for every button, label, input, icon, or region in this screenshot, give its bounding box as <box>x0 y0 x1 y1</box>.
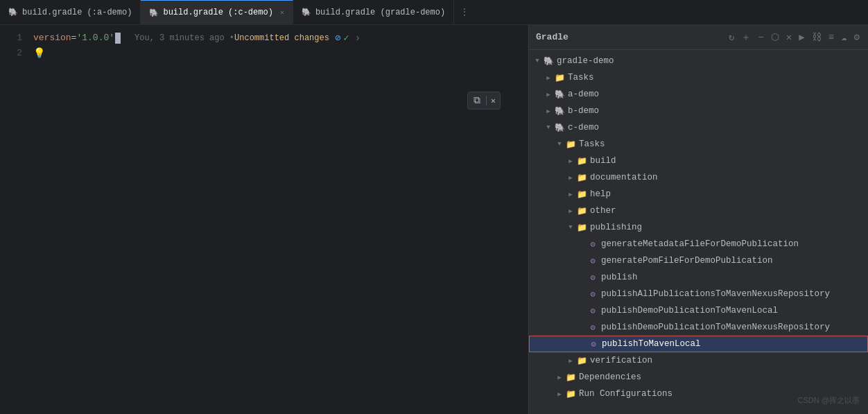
tree-item-c-demo[interactable]: 🐘 c-demo <box>529 119 868 136</box>
gradle-icon-gradle-demo: 🐘 <box>543 55 554 67</box>
tree-label-c-tasks: Tasks <box>579 139 865 149</box>
tree-item-c-help[interactable]: 📁 help <box>529 186 868 202</box>
tab-close-c-demo[interactable]: ✕ <box>280 8 284 17</box>
task-icon-publish-all: ⚙ <box>587 288 598 300</box>
code-line-1: version = '1.0.0' You, 3 minutes ago • U… <box>33 31 528 46</box>
git-status-icon: ⊘ <box>335 31 340 46</box>
tree-label-publish-demo-local: publishDemoPublicationToMavenLocal <box>601 306 865 316</box>
hint-bulb-icon[interactable]: 💡 <box>33 46 45 61</box>
folder-icon-c-other: 📁 <box>576 205 587 216</box>
folder-icon-c-run-configurations: 📁 <box>565 388 576 399</box>
tab-c-demo[interactable]: 🐘 build.gradle (:c-demo) ✕ <box>141 0 293 25</box>
task-icon-publish: ⚙ <box>587 272 598 283</box>
tree-arrow-b-demo <box>543 105 554 117</box>
string-value: '1.0.0' <box>76 31 114 46</box>
tree-item-publish[interactable]: ⚙ publish <box>529 269 868 286</box>
toolbar-close-button[interactable]: ✕ <box>491 96 496 106</box>
tree-label-publish-all: publishAllPublicationsToMavenNexusReposi… <box>601 289 865 299</box>
tree-arrow-tasks-root <box>543 72 554 83</box>
tab-label-c-demo: build.gradle (:c-demo) <box>163 8 272 17</box>
tree-arrow-c-build <box>565 155 576 166</box>
task-icon-generate-metadata: ⚙ <box>587 239 598 250</box>
gradle-header: Gradle ↻ ＋ − ⬡ ✕ ▶ ⛓ ≡ ☁ ⚙ <box>529 25 868 50</box>
tree-item-c-tasks[interactable]: 📁 Tasks <box>529 136 868 153</box>
toolbar-copy-icon[interactable]: ⧉ <box>472 94 482 107</box>
tree-item-publish-to-maven-local[interactable]: ⚙ publishToMavenLocal <box>529 336 868 352</box>
folder-icon-c-publishing: 📁 <box>576 222 587 233</box>
git-checkmark-icon: ✓ <box>343 31 349 46</box>
script-button[interactable]: ≡ <box>827 31 835 44</box>
tree-label-gradle-demo: gradle-demo <box>557 56 865 66</box>
task-icon-publish-demo-nexus: ⚙ <box>587 322 598 333</box>
tree-item-c-build[interactable]: 📁 build <box>529 153 868 169</box>
tree-item-publish-demo-nexus[interactable]: ⚙ publishDemoPublicationToMavenNexusRepo… <box>529 319 868 336</box>
tab-overflow-menu[interactable]: ⋮ <box>454 6 475 18</box>
gradle-icon-tab3: 🐘 <box>302 8 311 17</box>
gradle-toolbar: ↻ ＋ − ⬡ ✕ ▶ ⛓ ≡ ☁ ⚙ <box>727 31 861 44</box>
tree-item-c-other[interactable]: 📁 other <box>529 202 868 219</box>
tree-label-tasks-root: Tasks <box>568 73 865 83</box>
task-icon-publish-to-maven-local: ⚙ <box>588 338 599 350</box>
folder-icon-c-documentation: 📁 <box>576 172 587 183</box>
tree-item-a-demo[interactable]: 🐘 a-demo <box>529 86 868 103</box>
code-line-2: 💡 <box>33 46 528 61</box>
tab-gradle-demo[interactable]: 🐘 build.gradle (gradle-demo) <box>293 0 454 25</box>
line-num-1: 1 <box>0 31 22 46</box>
tree-label-c-help: help <box>590 189 865 199</box>
line-expand-icon[interactable]: › <box>355 31 361 46</box>
editor-code[interactable]: version = '1.0.0' You, 3 minutes ago • U… <box>28 25 528 414</box>
editor-area: 1 2 version = '1.0.0' You, 3 minutes ago… <box>0 25 528 414</box>
folder-icon-c-dependencies: 📁 <box>565 372 576 383</box>
folder-icon-c-tasks: 📁 <box>565 139 576 150</box>
tree-item-c-publishing[interactable]: 📁 publishing <box>529 219 868 236</box>
folder-icon-c-help: 📁 <box>576 189 587 200</box>
add-button[interactable]: ＋ <box>740 31 752 44</box>
tree-item-tasks-root[interactable]: 📁 Tasks <box>529 69 868 86</box>
editor-content: 1 2 version = '1.0.0' You, 3 minutes ago… <box>0 25 528 414</box>
gradle-panel: Gradle ↻ ＋ − ⬡ ✕ ▶ ⛓ ≡ ☁ ⚙ 🐘 gradle-demo <box>528 25 868 414</box>
tree-arrow-c-help <box>565 189 576 200</box>
operator-equals: = <box>71 31 77 46</box>
editor-floating-toolbar: ⧉ ✕ <box>467 92 501 110</box>
watermark: CSDN @挥之以墨 <box>798 395 860 406</box>
tab-label-a-demo: build.gradle (:a-demo) <box>22 8 132 17</box>
settings-button[interactable]: ⚙ <box>853 31 861 44</box>
run-button[interactable]: ▶ <box>797 31 806 44</box>
tree-label-c-build: build <box>590 156 865 166</box>
tree-arrow-c-tasks <box>554 139 565 150</box>
folder-icon-tasks-root: 📁 <box>554 72 565 83</box>
tree-item-generate-pom[interactable]: ⚙ generatePomFileForDemoPublication <box>529 252 868 269</box>
tree-label-publish: publish <box>601 273 865 282</box>
git-uncommitted-changes: Uncommitted changes <box>234 31 329 46</box>
tree-arrow-c-dependencies <box>554 372 565 383</box>
cloud-button[interactable]: ☁ <box>840 31 848 44</box>
folder-icon-c-build: 📁 <box>576 155 587 166</box>
tree-label-c-dependencies: Dependencies <box>579 372 865 382</box>
collapse-all-button[interactable]: ✕ <box>785 31 793 44</box>
gradle-tree[interactable]: 🐘 gradle-demo 📁 Tasks 🐘 a-demo 🐘 b-demo <box>529 50 868 414</box>
remove-button[interactable]: − <box>756 31 765 44</box>
tree-item-generate-metadata[interactable]: ⚙ generateMetadataFileForDemoPublication <box>529 236 868 252</box>
tree-item-publish-demo-local[interactable]: ⚙ publishDemoPublicationToMavenLocal <box>529 302 868 319</box>
tree-item-gradle-demo[interactable]: 🐘 gradle-demo <box>529 53 868 69</box>
expand-all-button[interactable]: ⬡ <box>770 31 781 44</box>
tree-item-c-documentation[interactable]: 📁 documentation <box>529 169 868 186</box>
tree-label-b-demo: b-demo <box>568 106 865 116</box>
gradle-panel-title: Gradle <box>536 32 727 42</box>
tree-arrow-c-demo <box>543 122 554 133</box>
tree-item-b-demo[interactable]: 🐘 b-demo <box>529 103 868 119</box>
gradle-icon-tab1: 🐘 <box>8 8 18 17</box>
tree-arrow-a-demo <box>543 89 554 100</box>
tree-item-publish-all[interactable]: ⚙ publishAllPublicationsToMavenNexusRepo… <box>529 286 868 302</box>
gradle-icon-c-demo: 🐘 <box>554 122 565 133</box>
link-button[interactable]: ⛓ <box>810 31 823 44</box>
tree-item-c-dependencies[interactable]: 📁 Dependencies <box>529 369 868 386</box>
main-content: 1 2 version = '1.0.0' You, 3 minutes ago… <box>0 25 868 414</box>
tree-label-publish-to-maven-local: publishToMavenLocal <box>602 339 865 349</box>
refresh-button[interactable]: ↻ <box>727 31 736 44</box>
tree-label-generate-metadata: generateMetadataFileForDemoPublication <box>601 239 865 249</box>
tree-item-c-verification[interactable]: 📁 verification <box>529 352 868 369</box>
tab-a-demo[interactable]: 🐘 build.gradle (:a-demo) <box>0 0 141 25</box>
tree-label-c-publishing: publishing <box>590 223 865 232</box>
tree-arrow-gradle-demo <box>532 55 543 67</box>
